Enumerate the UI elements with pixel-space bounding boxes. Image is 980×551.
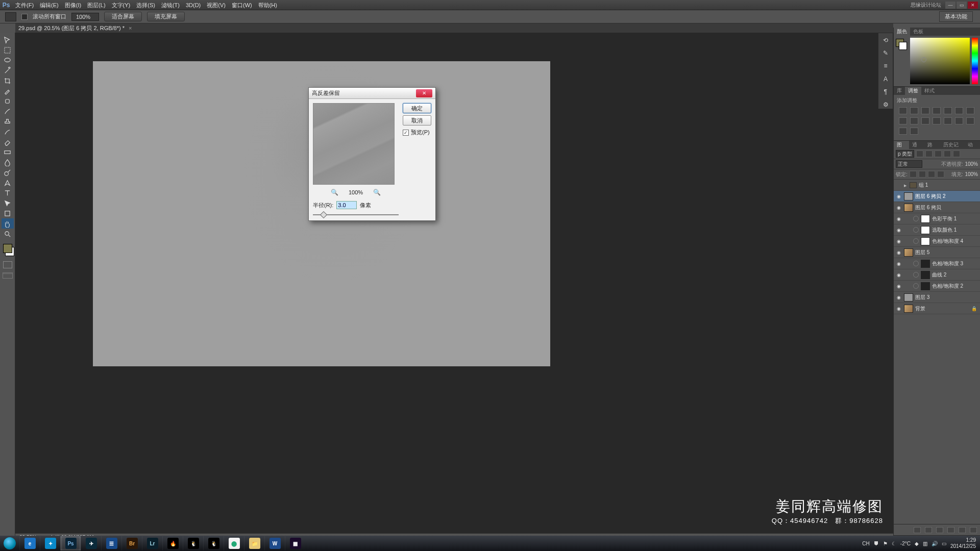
visibility-toggle-icon[interactable] xyxy=(896,227,902,233)
layer-row[interactable]: 曲线 2 xyxy=(894,269,980,281)
lock-all-icon[interactable] xyxy=(937,171,944,178)
tab-paths[interactable]: 路径 xyxy=(924,141,940,149)
filter-smart-icon[interactable] xyxy=(953,151,960,157)
bg-swatch-icon[interactable] xyxy=(899,42,907,50)
taskbar-clock[interactable]: 1:29 2014/12/25 xyxy=(950,537,976,549)
color-field[interactable] xyxy=(910,38,970,84)
visibility-toggle-icon[interactable] xyxy=(896,249,902,255)
tray-flag-icon[interactable]: ⚑ xyxy=(883,541,888,546)
layer-mask-icon[interactable] xyxy=(936,527,943,533)
taskbar-app-qqpet[interactable]: 🐧 xyxy=(183,536,203,550)
fit-screen-button[interactable]: 适合屏幕 xyxy=(104,12,142,21)
weather-temp[interactable]: -2°C xyxy=(900,541,911,546)
adjustment-preset-12[interactable] xyxy=(955,117,963,124)
visibility-toggle-icon[interactable] xyxy=(896,216,902,221)
layer-thumbnail[interactable] xyxy=(921,226,930,234)
taskbar-app-chrome[interactable]: ⬤ xyxy=(224,536,244,550)
preview-checkbox[interactable]: ✓ xyxy=(403,130,409,136)
adjustment-preset-14[interactable] xyxy=(899,128,907,135)
layer-row[interactable]: 选取颜色 1 xyxy=(894,224,980,236)
layer-name[interactable]: 背景 xyxy=(915,305,925,312)
filter-type-icon[interactable] xyxy=(935,151,942,157)
dialog-title-bar[interactable]: 高反差保留 ✕ xyxy=(309,88,435,99)
adjustment-preset-10[interactable] xyxy=(933,117,941,124)
layer-row[interactable]: 图层 5 xyxy=(894,247,980,258)
expand-icon[interactable] xyxy=(904,182,908,188)
document-tab[interactable]: 29.psd @ 20.5% (图层 6 拷贝 2, RGB/8*) * × xyxy=(18,24,132,32)
tray-vol-icon[interactable]: 🔊 xyxy=(932,541,938,546)
visibility-toggle-icon[interactable] xyxy=(896,238,902,244)
layer-row[interactable]: 色相/饱和度 3 xyxy=(894,258,980,269)
options-icon[interactable]: ≡ xyxy=(881,62,890,70)
taskbar-app-dove[interactable]: ✦ xyxy=(40,536,60,550)
taskbar-app-bird[interactable]: ✈ xyxy=(81,536,101,550)
current-tool-icon[interactable] xyxy=(5,12,16,21)
layer-thumbnail[interactable] xyxy=(904,192,913,201)
layer-name[interactable]: 色相/饱和度 4 xyxy=(932,238,963,245)
menu-1[interactable]: 编辑(E) xyxy=(37,0,62,10)
layer-row[interactable]: 色彩平衡 1 xyxy=(894,213,980,224)
menu-8[interactable]: 视图(V) xyxy=(204,0,229,10)
layer-name[interactable]: 图层 6 拷贝 2 xyxy=(915,193,945,200)
layer-filter-kind[interactable]: p 类型 xyxy=(896,150,914,158)
taskbar-app-wps[interactable]: W xyxy=(264,536,285,550)
layer-name[interactable]: 选取颜色 1 xyxy=(932,227,957,234)
layer-thumbnail[interactable] xyxy=(904,248,913,257)
marquee-tool[interactable] xyxy=(2,45,14,55)
close-tab-icon[interactable]: × xyxy=(129,25,132,31)
layer-name[interactable]: 色相/饱和度 3 xyxy=(932,260,963,267)
visibility-toggle-icon[interactable] xyxy=(896,294,902,300)
close-button[interactable]: ✕ xyxy=(968,2,978,9)
adjustment-preset-5[interactable] xyxy=(955,107,963,114)
quick-mask-toggle[interactable] xyxy=(3,261,12,268)
lock-trans-icon[interactable] xyxy=(910,171,917,178)
layer-fx-icon[interactable] xyxy=(925,527,932,533)
tab-color[interactable]: 颜色 xyxy=(894,28,910,36)
link-layers-icon[interactable] xyxy=(914,527,921,533)
menu-2[interactable]: 图像(I) xyxy=(62,0,84,10)
paragraph-icon[interactable]: ¶ xyxy=(881,88,890,95)
stamp-tool[interactable] xyxy=(2,116,14,127)
wand-tool[interactable] xyxy=(2,65,14,76)
tab-actions[interactable]: 动作 xyxy=(965,141,980,149)
adjustment-preset-9[interactable] xyxy=(921,117,929,124)
tray-safe-icon[interactable]: ◆ xyxy=(915,541,919,546)
layer-name[interactable]: 图层 5 xyxy=(915,249,929,256)
minimize-button[interactable]: — xyxy=(945,2,955,9)
history-brush-tool[interactable] xyxy=(2,127,14,137)
type-icon[interactable]: A xyxy=(881,75,890,83)
adjustment-preset-4[interactable] xyxy=(944,107,952,114)
lasso-tool[interactable] xyxy=(2,55,14,65)
taskbar-app-flame[interactable]: 🔥 xyxy=(162,536,183,550)
brush-tool[interactable] xyxy=(2,106,14,116)
layer-row[interactable]: 组 1 xyxy=(894,180,980,191)
tab-adjust[interactable]: 调整 xyxy=(905,87,921,95)
tray-battery-icon[interactable]: ▭ xyxy=(942,541,946,546)
menu-3[interactable]: 图层(L) xyxy=(84,0,108,10)
layer-name[interactable]: 色相/饱和度 2 xyxy=(932,283,963,290)
zoom-tool[interactable] xyxy=(2,229,14,239)
taskbar-app-menu[interactable]: ☰ xyxy=(101,536,121,550)
filter-shape-icon[interactable] xyxy=(944,151,951,157)
menu-6[interactable]: 滤镜(T) xyxy=(158,0,183,10)
fill-screen-button[interactable]: 填充屏幕 xyxy=(147,12,185,21)
layer-thumbnail[interactable] xyxy=(921,237,930,245)
dodge-tool[interactable] xyxy=(2,167,14,178)
blur-tool[interactable] xyxy=(2,157,14,167)
adjustment-preset-0[interactable] xyxy=(899,107,907,114)
history-icon[interactable]: ⟲ xyxy=(881,36,890,44)
menu-7[interactable]: 3D(D) xyxy=(183,0,204,10)
taskbar-app-explorer[interactable]: 📁 xyxy=(244,536,264,550)
lock-pixels-icon[interactable] xyxy=(919,171,926,178)
tab-swatches[interactable]: 色板 xyxy=(910,28,926,36)
ime-indicator[interactable]: CH xyxy=(862,541,869,546)
adjustment-preset-11[interactable] xyxy=(944,117,952,124)
taskbar-app-ps[interactable]: Ps xyxy=(60,536,81,550)
taskbar-app-br[interactable]: Br xyxy=(121,536,142,550)
visibility-toggle-icon[interactable] xyxy=(896,205,902,210)
gradient-tool[interactable] xyxy=(2,147,14,157)
adjustment-preset-1[interactable] xyxy=(910,107,918,114)
tab-history[interactable]: 历史记录 xyxy=(940,141,965,149)
visibility-toggle-icon[interactable] xyxy=(896,193,902,199)
menu-4[interactable]: 文字(Y) xyxy=(109,0,134,10)
